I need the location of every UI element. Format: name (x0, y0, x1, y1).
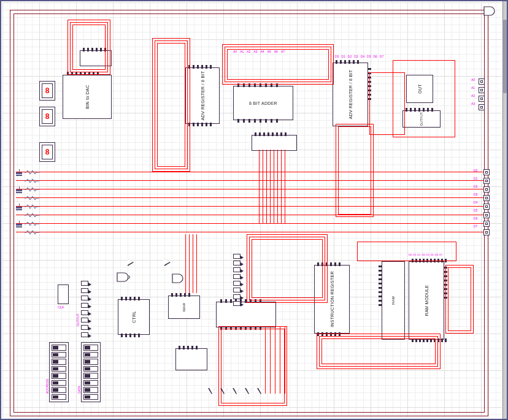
ic-adder[interactable]: 8 BIT ADDER (233, 86, 293, 120)
acc-top-labels: D0D1D2D3D4D5D6D7 (335, 55, 383, 58)
svg-point-0 (128, 276, 130, 278)
resistor-icon (25, 213, 39, 217)
and-gate-icon (483, 6, 496, 18)
ic-ram-label: RAM MODULE (425, 285, 429, 316)
ic-acc[interactable]: ADV REGISTER / 8 BIT (333, 63, 368, 126)
ic-dac-label: BIN to DAC (85, 85, 90, 109)
ic-decoder[interactable] (216, 302, 276, 327)
resistor-icon (25, 188, 39, 191)
ic-pc[interactable]: ADV REGISTER / 8 BIT (185, 67, 220, 124)
ic-ram[interactable]: RAM MODULE (409, 261, 444, 340)
ic-ram-a-label: RAM (391, 296, 395, 305)
ic-sub[interactable] (175, 348, 207, 370)
clk-label: CLK (58, 305, 64, 309)
ic-ctrl[interactable]: CTRL (118, 299, 150, 335)
vertical-scrollbar[interactable] (502, 1, 507, 419)
buffer-row (209, 388, 264, 395)
ic-b-reg[interactable] (252, 135, 297, 151)
buffer-icon (128, 259, 134, 266)
ic-ir-label: INSTRUCTION REGISTER (330, 271, 334, 327)
led-label: OUTPUT (76, 313, 80, 326)
ic-ctrl-label: CTRL (132, 311, 136, 323)
seven-seg-1-icon (39, 81, 55, 101)
dip-switch-2[interactable] (81, 342, 101, 402)
gnd-icon (16, 186, 22, 193)
ic-ram-a[interactable]: RAM (382, 261, 405, 340)
and-gate-b-icon (172, 273, 184, 286)
ic-dac[interactable]: BIN to DAC (63, 75, 112, 119)
bus-pad[interactable] (483, 204, 490, 210)
bus-pad[interactable] (483, 186, 490, 193)
bus-pad[interactable] (483, 212, 490, 218)
seven-seg-2-icon (39, 107, 55, 126)
nand-gate-icon (117, 272, 130, 284)
resistor-icon (25, 179, 39, 183)
resistor-icon (25, 170, 39, 174)
buffer-b-icon (164, 259, 171, 266)
io-pad-r1[interactable] (479, 78, 485, 85)
ram-top-labels: D0D1D2D3D4D5D6D7 (409, 254, 442, 256)
dip2-label: DATA (77, 386, 81, 394)
bus-pad[interactable] (483, 169, 490, 175)
bus-pad[interactable] (483, 195, 490, 201)
resistor-icon (25, 231, 39, 234)
resistor-icon (25, 222, 39, 226)
ic-adder-label: 8 BIT ADDER (249, 101, 277, 105)
bus-pad[interactable] (483, 221, 490, 227)
resistor-icon (25, 196, 39, 200)
io-pad-r4[interactable] (479, 104, 485, 110)
ic-mar[interactable]: MAR (168, 296, 200, 319)
bus-pad[interactable] (483, 229, 490, 235)
gnd-icon (16, 169, 22, 175)
ic-pc-label: ADV REGISTER / 8 BIT (201, 71, 205, 121)
scrollbar-thumb[interactable] (503, 20, 507, 93)
ic-mar-label: MAR (182, 303, 186, 311)
bus-right-labels: D0D1D2D3D4D5D6D7 (474, 169, 477, 228)
dip-switch-1[interactable] (49, 342, 69, 402)
ic-acc-label: ADV REGISTER / 8 BIT (348, 70, 353, 120)
seven-seg-3-icon (39, 142, 55, 162)
led-column-b (233, 254, 241, 306)
led-column (81, 281, 88, 337)
dip1-label: ADDRESS (45, 379, 49, 394)
schematic-canvas[interactable]: BIN to DAC ADV REGISTER / 8 BIT 8 BIT AD… (0, 0, 508, 420)
io-right-labels: A0A1A2A3 (471, 78, 475, 105)
gnd-icon (16, 204, 22, 210)
resistor-icon (25, 205, 39, 208)
bus-pad[interactable] (483, 178, 490, 184)
gnd-icon (16, 221, 22, 227)
io-pad-r3[interactable] (479, 96, 485, 102)
io-pad-r2[interactable] (479, 87, 485, 93)
adder-top-labels: A0A1A2A3A4A5A6A7 (233, 50, 285, 53)
osc-icon (58, 284, 69, 304)
